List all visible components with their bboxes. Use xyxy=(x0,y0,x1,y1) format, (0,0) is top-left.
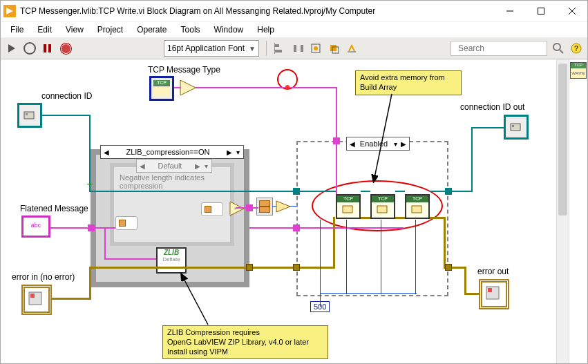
abort-button[interactable] xyxy=(59,41,73,55)
svg-rect-2 xyxy=(538,8,544,15)
svg-line-35 xyxy=(182,275,208,325)
wire-error xyxy=(464,293,479,295)
wire-error xyxy=(430,217,445,219)
menu-file[interactable]: File xyxy=(5,23,29,36)
svg-marker-0 xyxy=(6,8,13,15)
wire-int xyxy=(290,206,296,207)
content-row: TCP Message Type connection ID Flatened … xyxy=(1,59,587,363)
align-objects-button[interactable] xyxy=(274,41,287,55)
wire-error xyxy=(300,267,334,269)
svg-text:?: ? xyxy=(574,44,579,52)
close-button[interactable] xyxy=(556,1,587,21)
run-button[interactable] xyxy=(5,41,19,55)
diagram: TCP Message Type connection ID Flatened … xyxy=(1,59,556,363)
wire-teal xyxy=(361,191,370,192)
wire-string xyxy=(336,87,337,141)
wire-teal xyxy=(89,115,91,192)
tunnel-teal xyxy=(293,188,300,195)
wire-string xyxy=(104,258,156,260)
titlebar: TCP Messenger.lvlib:TCP Write.vi Block D… xyxy=(1,1,587,22)
tunnel-string xyxy=(333,137,340,144)
vi-icon-bottom: WRITE xyxy=(571,68,586,78)
font-select[interactable]: 16pt Application Font ▼ xyxy=(164,40,259,57)
tunnel-error xyxy=(293,264,300,271)
wire-int xyxy=(415,220,416,294)
wire-error xyxy=(333,217,335,269)
menu-view[interactable]: View xyxy=(60,23,89,36)
wire-string xyxy=(50,227,91,229)
search-box[interactable] xyxy=(451,41,547,56)
tunnel-teal xyxy=(445,188,452,195)
wire-string xyxy=(249,227,296,229)
tunnel-error xyxy=(246,264,253,271)
wire-error xyxy=(444,217,446,269)
wire-int xyxy=(320,293,321,307)
maximize-button[interactable] xyxy=(525,1,556,21)
menu-operate[interactable]: Operate xyxy=(131,23,172,36)
wire-teal xyxy=(471,127,504,128)
reorder-button[interactable] xyxy=(328,41,341,55)
toolbar-separator xyxy=(266,41,267,56)
wire-string xyxy=(196,87,337,88)
menu-tools[interactable]: Tools xyxy=(176,23,206,36)
tunnel-string xyxy=(88,224,95,231)
wire-string xyxy=(253,207,258,209)
wire-error xyxy=(452,267,466,269)
vertical-scrollbar[interactable] xyxy=(556,59,569,363)
vi-connector-pane-icon[interactable]: TCP WRITE xyxy=(570,62,587,79)
wire-error xyxy=(89,267,91,300)
wire-teal xyxy=(42,115,91,116)
menu-window[interactable]: Window xyxy=(209,23,249,36)
tunnel-string xyxy=(293,224,300,231)
font-select-label: 16pt Application Font xyxy=(167,44,245,53)
wire-string xyxy=(104,227,106,260)
wire-int xyxy=(381,220,381,294)
menu-edit[interactable]: Edit xyxy=(32,23,57,36)
menu-help[interactable]: Help xyxy=(252,23,280,36)
menu-project[interactable]: Project xyxy=(92,23,129,36)
svg-point-15 xyxy=(553,44,560,50)
scrollbar-thumb[interactable] xyxy=(558,64,567,215)
wire-bool xyxy=(87,184,93,184)
vi-icon-top: TCP xyxy=(571,63,586,68)
menubar: File Edit View Project Operate Tools Win… xyxy=(1,22,587,38)
annotation-arrows xyxy=(1,59,556,363)
wire-teal xyxy=(452,191,473,192)
pause-button[interactable] xyxy=(41,41,55,55)
wire-int xyxy=(346,220,347,294)
wire-string xyxy=(300,227,404,229)
tunnel-string xyxy=(246,204,253,211)
cleanup-diagram-button[interactable] xyxy=(345,41,359,55)
distribute-objects-button[interactable] xyxy=(292,41,305,55)
search-button[interactable] xyxy=(551,41,565,55)
wire-int xyxy=(320,293,417,294)
svg-rect-5 xyxy=(275,44,279,47)
wire-string xyxy=(336,144,337,194)
tunnel-error xyxy=(445,264,452,271)
wire-error xyxy=(89,267,249,269)
wire-error xyxy=(253,267,296,269)
svg-line-34 xyxy=(374,94,392,181)
app-window: TCP Messenger.lvlib:TCP Write.vi Block D… xyxy=(0,0,588,364)
vi-icon-panel: TCP WRITE xyxy=(569,59,587,363)
window-controls xyxy=(494,1,587,21)
block-diagram-canvas[interactable]: TCP Message Type connection ID Flatened … xyxy=(1,59,556,363)
window-title: TCP Messenger.lvlib:TCP Write.vi Block D… xyxy=(20,6,494,16)
svg-point-11 xyxy=(314,46,318,50)
svg-rect-9 xyxy=(301,45,303,52)
svg-rect-12 xyxy=(330,45,336,51)
wire-error xyxy=(395,217,405,219)
coercion-dot xyxy=(285,85,290,89)
wire-teal xyxy=(395,191,405,192)
run-continuous-button[interactable] xyxy=(23,41,37,55)
search-input[interactable] xyxy=(457,43,563,54)
wire-error xyxy=(361,217,370,219)
resize-objects-button[interactable] xyxy=(310,41,323,55)
svg-rect-6 xyxy=(275,50,282,52)
context-help-button[interactable]: ? xyxy=(569,41,583,55)
minimize-button[interactable] xyxy=(494,1,525,21)
wire-teal xyxy=(89,191,296,192)
wire-int xyxy=(272,206,276,207)
wire-teal xyxy=(471,127,473,192)
wire-error xyxy=(52,298,91,300)
